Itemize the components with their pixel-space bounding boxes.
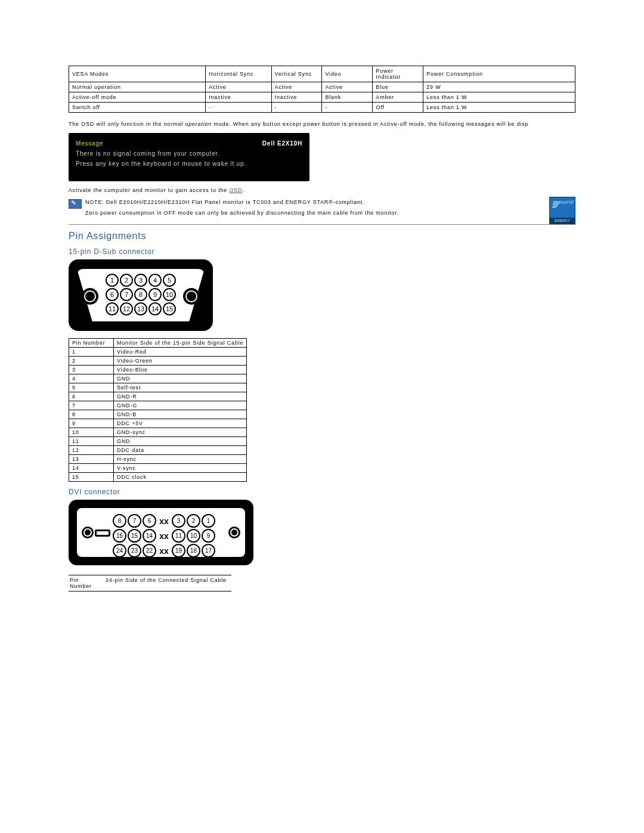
- table-row: 1Video-Red: [69, 348, 247, 357]
- table-row: Active-off modeInactiveInactiveBlankAmbe…: [69, 92, 575, 103]
- table-row: 11GND: [69, 437, 247, 446]
- cell: DDC clock: [114, 473, 247, 482]
- pin: 5: [163, 274, 176, 287]
- table-row: Switch off---OffLess than 1 W: [69, 103, 575, 113]
- cell: GND: [114, 374, 247, 383]
- table-row: 7GND-G: [69, 401, 247, 410]
- pin: 24: [113, 544, 126, 558]
- pin: 11: [172, 529, 185, 543]
- heading-dvi: DVI connector: [69, 488, 575, 496]
- text-emphasis: normal operation: [164, 121, 212, 127]
- cell: DDC +5V: [114, 419, 247, 428]
- cell: H-sync: [114, 455, 247, 464]
- note-line: Zero power consumption in OFF mode can o…: [85, 210, 575, 216]
- cell: 12: [69, 446, 114, 455]
- pin: 23: [128, 544, 141, 558]
- cell: GND-sync: [114, 428, 247, 437]
- pin: 11: [106, 302, 119, 315]
- pin: 9: [148, 288, 162, 301]
- pin-row: 876xx321: [113, 514, 215, 528]
- table-row: 12DDC data: [69, 446, 247, 455]
- cell: Video-Green: [114, 357, 247, 366]
- cell: Less than 1 W: [423, 92, 575, 103]
- text: The OSD will only function in the: [69, 121, 164, 127]
- cell: 14: [69, 464, 114, 473]
- pin-row: 242322xx191817: [113, 544, 215, 558]
- col-video: Video: [322, 66, 373, 82]
- pin: 10: [187, 529, 200, 543]
- cell: GND-R: [114, 392, 247, 401]
- pin: 1: [202, 514, 215, 528]
- note-block: NOTE: Dell E2010H/E2210H/E2310H Flat Pan…: [69, 199, 575, 216]
- pin: 2: [120, 274, 133, 287]
- osd-model-label: Dell E2X10H: [262, 140, 302, 147]
- cell: -: [322, 103, 373, 113]
- pin: 2: [187, 514, 200, 528]
- cell: 3: [69, 366, 114, 374]
- cell: 9: [69, 419, 114, 428]
- table-row: 3Video-Blue: [69, 366, 247, 374]
- cell: -: [206, 103, 271, 113]
- col-hsync: Horizontal Sync: [206, 66, 271, 82]
- pin: 12: [120, 302, 133, 315]
- heading-dsub: 15-pin D-Sub connector: [69, 247, 575, 256]
- table-row: 6GND-R: [69, 392, 247, 401]
- pin: 9: [202, 529, 215, 543]
- text: mode. When any button except power butto…: [212, 121, 528, 127]
- table-row: 15DDC clock: [69, 473, 247, 482]
- osd-line: Press any key on the keyboard or mouse t…: [76, 160, 302, 167]
- pin: 15: [163, 302, 176, 315]
- vesa-modes-table: VESA Modes Horizontal Sync Vertical Sync…: [69, 66, 575, 113]
- pin: 8: [113, 514, 126, 528]
- cell: GND: [114, 437, 247, 446]
- table-row: 13H-sync: [69, 455, 247, 464]
- cell: Blue: [373, 82, 423, 92]
- col-signal: Monitor Side of the 15-pin Side Signal C…: [114, 339, 247, 348]
- screw-icon: [82, 527, 94, 538]
- energy-star-script: energy: [561, 199, 574, 205]
- pin: 13: [134, 302, 147, 315]
- pin: 19: [172, 544, 185, 558]
- energy-star-logo: energy ENERGY STAR: [549, 197, 575, 224]
- cell: Self-test: [114, 383, 247, 392]
- pin: 3: [134, 274, 147, 287]
- dvi-pin-table: Pin Number 24-pin Side of the Connected …: [69, 575, 231, 592]
- pin: 15: [128, 529, 141, 543]
- pin: 1: [106, 274, 119, 287]
- cell: DDC data: [114, 446, 247, 455]
- col-power-cons: Power Consumption: [423, 66, 575, 82]
- cell: 6: [69, 392, 114, 401]
- osd-link[interactable]: OSD: [229, 187, 242, 193]
- pin: 8: [134, 288, 147, 301]
- table-row: 14V-sync: [69, 464, 247, 473]
- cell: Active: [322, 82, 373, 92]
- cell: -: [271, 103, 322, 113]
- col-vsync: Vertical Sync: [271, 66, 322, 82]
- pin: 7: [128, 514, 141, 528]
- pin: 10: [163, 288, 176, 301]
- pin: 16: [113, 529, 126, 543]
- note-prefix: NOTE:: [85, 199, 106, 205]
- col-power-ind: Power Indicator: [373, 66, 423, 82]
- cell: 7: [69, 401, 114, 410]
- pin: 18: [187, 544, 200, 558]
- xx-marker: xx: [157, 546, 171, 556]
- cell: 29 W: [423, 82, 575, 92]
- text: Activate the computer and monitor to gai…: [69, 187, 229, 193]
- cell: Inactive: [206, 92, 271, 103]
- cell: GND-G: [114, 401, 247, 410]
- table-row: 2Video-Green: [69, 357, 247, 366]
- cell: Active-off mode: [69, 92, 206, 103]
- xx-marker: xx: [157, 531, 171, 541]
- osd-message-label: Message: [76, 140, 103, 147]
- col-signal: 24-pin Side of the Connected Signal Cabl…: [104, 575, 231, 592]
- text: .: [242, 187, 244, 193]
- pin: 14: [148, 302, 162, 315]
- osd-description: The OSD will only function in the normal…: [69, 121, 575, 127]
- cell: Less than 1 W: [423, 103, 575, 113]
- table-row: 5Self-test: [69, 383, 247, 392]
- cell: Inactive: [271, 92, 322, 103]
- pin: 14: [143, 529, 156, 543]
- dsub-connector-diagram: 12345 678910 1112131415: [69, 259, 213, 331]
- heading-pin-assignments: Pin Assignments: [69, 231, 575, 241]
